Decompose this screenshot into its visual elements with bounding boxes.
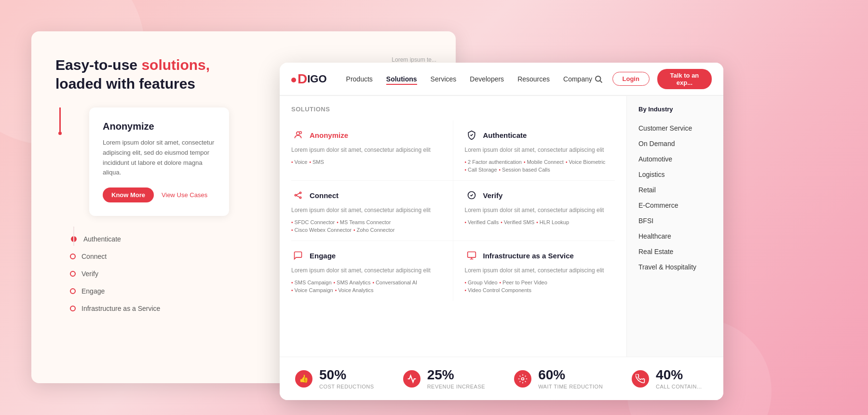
phone-icon <box>632 370 649 388</box>
solution-anonymize-name: Anonymize <box>310 131 348 139</box>
logo[interactable]: D IGO <box>291 71 327 87</box>
list-label-engage: Engage <box>81 287 105 295</box>
feature-card-actions: Know More View Use Cases <box>103 187 216 202</box>
solution-iaas-tags-2: Video Control Components <box>465 287 608 293</box>
industry-title: By Industry <box>638 106 712 113</box>
iaas-icon <box>465 249 478 262</box>
svg-point-11 <box>522 377 524 380</box>
solution-verify-tags: Verified Calls Verified SMS HLR Lookup <box>465 219 608 225</box>
tag: Verified SMS <box>501 219 534 225</box>
svg-point-6 <box>299 197 301 198</box>
stat-cost-reductions: 👍 50% COST REDUCTIONS <box>295 368 374 389</box>
industry-ecommerce[interactable]: E-Commerce <box>638 198 712 213</box>
list-label-verify: Verify <box>81 270 98 278</box>
search-button[interactable] <box>592 71 605 87</box>
industry-healthcare[interactable]: Healthcare <box>638 228 712 244</box>
solution-verify-header: Verify <box>465 188 608 202</box>
svg-point-4 <box>295 194 296 196</box>
connector-line <box>73 227 74 246</box>
solution-anonymize-desc: Lorem ipsum dolor sit amet, consectetur … <box>291 146 441 154</box>
solution-authenticate-desc: Lorem ipsum dolor sit amet, consectetur … <box>465 146 608 154</box>
industry-automotive[interactable]: Automotive <box>638 151 712 167</box>
industry-logistics[interactable]: Logistics <box>638 167 712 182</box>
list-dot-connect <box>70 254 76 259</box>
hero-title-part1: Easy-to-use <box>55 57 141 73</box>
solution-authenticate[interactable]: Authenticate Lorem ipsum dolor sit amet,… <box>453 120 615 181</box>
solution-verify[interactable]: Verify Lorem ipsum dolor sit amet, conse… <box>453 181 615 241</box>
gear-icon <box>514 370 531 388</box>
tag: Session based Calls <box>499 167 550 173</box>
tag: Group Video <box>465 280 498 285</box>
industry-panel: By Industry Customer Service On Demand A… <box>627 96 723 357</box>
talk-button[interactable]: Talk to an exp... <box>657 69 712 89</box>
industry-customer-service[interactable]: Customer Service <box>638 120 712 136</box>
know-more-button[interactable]: Know More <box>103 187 154 202</box>
stat-label: COST REDUCTIONS <box>319 384 374 389</box>
tag: SMS <box>309 159 324 165</box>
solution-connect-header: Connect <box>291 188 441 202</box>
logo-dot <box>291 78 296 82</box>
industry-retail[interactable]: Retail <box>638 182 712 198</box>
nav-resources[interactable]: Resources <box>517 73 550 85</box>
accent-line <box>59 107 61 132</box>
list-dot-iaas <box>70 306 76 311</box>
stats-bar: 👍 50% COST REDUCTIONS 25% REVENUE INCREA… <box>280 357 723 400</box>
solution-authenticate-tags-2: Call Storage Session based Calls <box>465 167 608 173</box>
main-app-window: D IGO Products Solutions Services Develo… <box>280 63 723 400</box>
verify-icon <box>465 188 478 202</box>
tag: SMS Analytics <box>334 280 371 285</box>
svg-line-7 <box>297 193 300 195</box>
solution-iaas[interactable]: Infrastructure as a Service Lorem ipsum … <box>453 241 615 301</box>
solution-iaas-name: Infrastructure as a Service <box>483 252 574 260</box>
solution-authenticate-header: Authenticate <box>465 128 608 142</box>
solution-engage[interactable]: Engage Lorem ipsum dolor sit amet, conse… <box>291 241 453 301</box>
solution-anonymize[interactable]: Anonymize Lorem ipsum dolor sit amet, co… <box>291 120 453 181</box>
connect-icon <box>291 188 305 202</box>
logo-d: D <box>298 71 307 87</box>
industry-travel[interactable]: Travel & Hospitality <box>638 259 712 275</box>
solution-engage-desc: Lorem ipsum dolor sit amet, consectetur … <box>291 266 441 275</box>
svg-line-8 <box>297 196 300 197</box>
industry-bfsi[interactable]: BFSI <box>638 213 712 228</box>
solution-connect[interactable]: Connect Lorem ipsum dolor sit amet, cons… <box>291 181 453 241</box>
solution-iaas-tags: Group Video Peer to Peer Video <box>465 280 608 285</box>
stat-info: 50% COST REDUCTIONS <box>319 368 374 389</box>
nav-products[interactable]: Products <box>346 73 373 85</box>
svg-point-0 <box>596 76 601 81</box>
stat-label: REVENUE INCREASE <box>427 384 485 389</box>
solution-iaas-desc: Lorem ipsum dolor sit amet, consectetur … <box>465 266 608 275</box>
stat-call-contain: 40% CALL CONTAIN... <box>632 368 702 389</box>
nav-developers[interactable]: Developers <box>470 73 504 85</box>
hero-title-part2: loaded with features <box>55 76 195 92</box>
nav-solutions[interactable]: Solutions <box>386 73 417 85</box>
solutions-panel: Solutions Anonymize Lo <box>280 96 627 357</box>
nav-company[interactable]: Company <box>563 73 592 85</box>
stat-number: 60% <box>538 368 603 382</box>
solution-connect-desc: Lorem ipsum dolor sit amet, consectetur … <box>291 206 441 214</box>
svg-point-3 <box>299 132 302 134</box>
tag: Voice <box>291 159 307 165</box>
stat-info: 60% WAIT TIME REDUCTION <box>538 368 603 389</box>
solution-verify-desc: Lorem ipsum dolor sit amet, consectetur … <box>465 206 608 214</box>
stat-label: WAIT TIME REDUCTION <box>538 384 603 389</box>
solution-authenticate-name: Authenticate <box>483 131 527 139</box>
feature-card-title: Anonymize <box>103 121 216 132</box>
industry-on-demand[interactable]: On Demand <box>638 136 712 151</box>
solution-anonymize-tags: Voice SMS <box>291 159 441 165</box>
solution-verify-name: Verify <box>483 191 503 200</box>
use-cases-link[interactable]: View Use Cases <box>162 191 207 199</box>
anonymize-icon <box>291 128 305 142</box>
stat-number: 40% <box>656 368 702 382</box>
login-button[interactable]: Login <box>612 72 650 86</box>
tag: 2 Factor authentication <box>465 159 522 165</box>
industry-real-estate[interactable]: Real Estate <box>638 244 712 259</box>
chart-icon <box>403 370 420 388</box>
solution-engage-tags: SMS Campaign SMS Analytics Conversationa… <box>291 280 441 285</box>
navbar: D IGO Products Solutions Services Develo… <box>280 63 723 95</box>
tag: Voice Biometric <box>566 159 605 165</box>
list-label-authenticate: Authenticate <box>83 235 121 243</box>
logo-igo: IGO <box>307 73 326 85</box>
tag: Verified Calls <box>465 219 499 225</box>
stat-info: 40% CALL CONTAIN... <box>656 368 702 389</box>
nav-services[interactable]: Services <box>431 73 457 85</box>
